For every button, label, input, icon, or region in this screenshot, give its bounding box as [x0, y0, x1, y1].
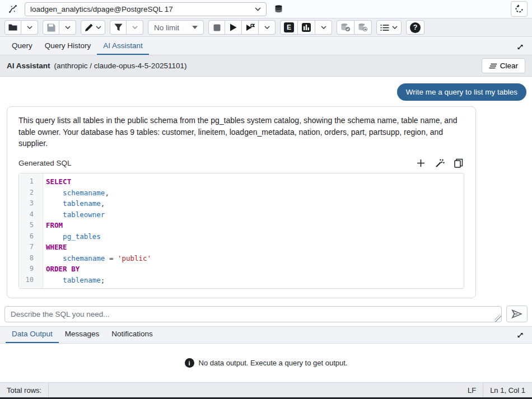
send-prompt-button[interactable] — [506, 306, 528, 322]
play-flag-icon — [246, 24, 255, 32]
total-rows-label: Total rows: — [0, 383, 48, 397]
data-output-panel: i No data output. Execute a query to get… — [0, 344, 532, 382]
sql-code: 1SELECT2 schemaname,3 tablename,4 tableo… — [19, 176, 464, 285]
explain-icon: E — [284, 22, 294, 32]
reset-layout-icon — [515, 4, 524, 13]
save-icon — [47, 24, 55, 32]
help-button[interactable]: ? — [406, 20, 424, 35]
prompt-input-strip — [0, 302, 532, 326]
expand-output-icon[interactable] — [516, 331, 524, 339]
ai-assistant-model: (anthropic / claude-opus-4-5-20251101) — [54, 62, 187, 70]
execute-script-button[interactable] — [242, 20, 259, 35]
explain-button[interactable]: E — [280, 20, 298, 35]
execute-query-button[interactable] — [225, 20, 242, 35]
plus-icon — [417, 159, 425, 167]
copy-sql-button[interactable] — [453, 157, 464, 168]
sql-code-block: 1SELECT2 schemaname,3 tablename,4 tableo… — [18, 173, 464, 289]
sql-code-line: 5FROM — [19, 220, 464, 231]
row-limit-value: No limit — [154, 24, 179, 32]
chevron-down-icon — [96, 26, 101, 29]
query-toolbar: No limit — [0, 18, 532, 37]
tab-messages[interactable]: Messages — [59, 326, 106, 343]
connection-status-button[interactable] — [4, 2, 21, 16]
chevron-down-icon — [132, 26, 138, 29]
folder-icon — [8, 24, 17, 31]
sql-code-line: 4 tableowner — [19, 209, 464, 220]
connection-bar: loadgen_analytics/dpage@PostgreSQL 17 — [0, 0, 532, 18]
sql-code-line: 3 tablename, — [19, 198, 464, 209]
filter-menu-button[interactable] — [127, 20, 143, 35]
save-file-menu-button[interactable] — [59, 20, 76, 35]
play-icon — [230, 24, 237, 31]
filter-icon — [114, 24, 123, 31]
tab-notifications[interactable]: Notifications — [105, 326, 159, 343]
explain-menu-button[interactable] — [315, 20, 332, 35]
connection-icon — [8, 4, 18, 14]
editor-tabstrip: Query Query History AI Assistant — [0, 37, 532, 55]
tab-query-history[interactable]: Query History — [39, 37, 97, 55]
assistant-message-text: This query lists all tables in the publi… — [18, 115, 464, 149]
cancel-query-button[interactable] — [208, 20, 225, 35]
query-tool-window: loadgen_analytics/dpage@PostgreSQL 17 — [0, 0, 532, 399]
connection-select[interactable]: loadgen_analytics/dpage@PostgreSQL 17 — [25, 2, 267, 16]
chevron-down-icon — [255, 7, 261, 11]
explain-analyze-icon — [301, 22, 311, 32]
copy-icon — [454, 158, 463, 168]
chevron-down-icon — [27, 26, 32, 29]
reset-layout-button[interactable] — [511, 1, 528, 17]
edit-menu-button[interactable] — [81, 20, 105, 35]
sql-code-line: 9ORDER BY — [19, 264, 464, 275]
new-connection-button[interactable] — [270, 2, 287, 16]
assistant-message-card: This query lists all tables in the publi… — [7, 106, 476, 298]
macros-menu-button[interactable] — [376, 20, 402, 35]
clear-chat-label: Clear — [500, 62, 518, 70]
sql-code-line: 1SELECT — [19, 176, 464, 187]
sql-code-line: 8 schemaname = 'public' — [19, 253, 464, 264]
chevron-down-icon — [65, 26, 71, 29]
explain-analyze-button[interactable] — [298, 20, 315, 35]
status-bar: Total rows: LF Ln 1, Col 1 — [0, 382, 532, 397]
row-limit-select[interactable]: No limit — [148, 20, 204, 35]
rollback-icon — [358, 23, 368, 32]
clear-chat-button[interactable]: Clear — [482, 58, 525, 73]
generated-sql-label: Generated SQL — [18, 159, 72, 167]
prompt-input[interactable] — [4, 306, 502, 322]
dropdown-arrow-icon — [192, 26, 198, 29]
open-file-menu-button[interactable] — [21, 20, 38, 35]
stop-icon — [213, 24, 221, 31]
output-tabstrip: Data Output Messages Notifications — [0, 326, 532, 344]
user-message-bubble: Write me a query to list my tables — [397, 83, 526, 101]
tab-ai-assistant[interactable]: AI Assistant — [97, 37, 149, 55]
chevron-down-icon — [264, 26, 270, 29]
execute-menu-button[interactable] — [259, 20, 276, 35]
magic-wand-icon — [435, 158, 445, 168]
tab-data-output[interactable]: Data Output — [6, 326, 59, 343]
rollback-button[interactable] — [354, 20, 372, 35]
ai-chat-area: Write me a query to list my tables This … — [0, 77, 532, 302]
open-file-button[interactable] — [4, 20, 21, 35]
insert-sql-button[interactable] — [415, 157, 426, 168]
save-file-button[interactable] — [43, 20, 59, 35]
eol-indicator: LF — [461, 383, 483, 397]
sql-code-line: 7WHERE — [19, 242, 464, 253]
send-icon — [511, 309, 522, 318]
clear-all-icon — [489, 63, 497, 69]
sql-code-line: 6 pg_tables — [19, 231, 464, 242]
list-icon — [380, 24, 389, 31]
ai-assistant-header: AI Assistant (anthropic / claude-opus-4-… — [0, 55, 532, 77]
database-icon — [274, 4, 283, 14]
chevron-down-icon — [321, 26, 326, 29]
info-icon: i — [185, 358, 194, 368]
sql-code-line: 10 tablename; — [19, 275, 464, 286]
pencil-icon — [85, 24, 93, 32]
help-icon: ? — [410, 22, 421, 33]
commit-button[interactable] — [337, 20, 354, 35]
tab-query[interactable]: Query — [6, 37, 39, 55]
chevron-down-icon — [392, 26, 398, 29]
apply-sql-button[interactable] — [434, 157, 445, 168]
filter-button[interactable] — [110, 20, 127, 35]
connection-select-value: loadgen_analytics/dpage@PostgreSQL 17 — [30, 5, 173, 13]
sql-code-line: 2 schemaname, — [19, 187, 464, 199]
expand-panel-icon[interactable] — [516, 43, 524, 51]
no-data-output-message: No data output. Execute a query to get o… — [199, 359, 348, 367]
